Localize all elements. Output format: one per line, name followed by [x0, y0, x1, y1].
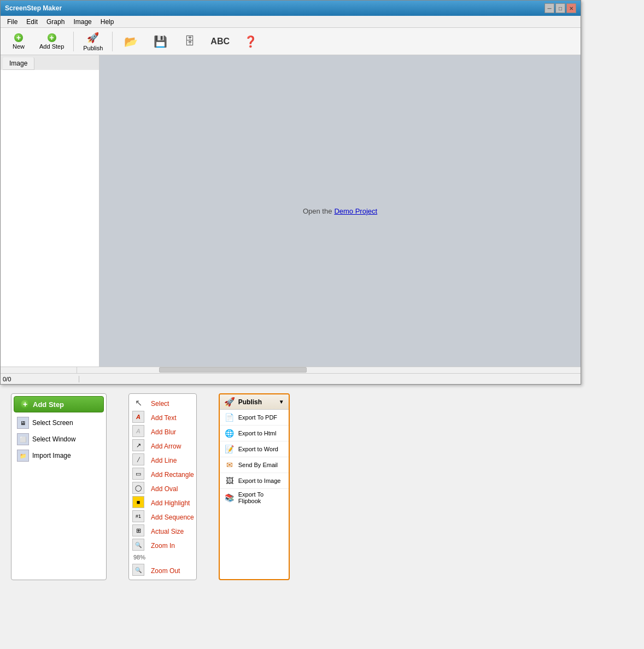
tool-add-highlight-row[interactable]: ■: [131, 495, 148, 509]
export-word-label: Export to Word: [238, 446, 278, 452]
toolbar-separator-2: [112, 32, 113, 51]
canvas-message: Open the Demo Project: [303, 207, 377, 215]
abc-icon: ABC: [210, 37, 230, 46]
tool-add-arrow-row[interactable]: ↗: [131, 439, 148, 452]
tools-label-col: Select Add Text Add Blur Add Arrow Add L…: [151, 396, 194, 577]
add-step-main-button[interactable]: + Add Step: [14, 396, 104, 412]
select-screen-item[interactable]: 🖥 Select Screen: [14, 415, 104, 431]
canvas-area: Open the Demo Project: [99, 55, 581, 367]
tool-add-text-row[interactable]: A: [131, 410, 148, 423]
open-icon: 📂: [124, 35, 138, 48]
export-pdf-icon: 📄: [224, 412, 235, 423]
export-word-icon: 📝: [224, 444, 235, 455]
tools-panel: ↖ A A ↗ ╱ ▭ ◯: [128, 393, 197, 580]
actual-size-icon: ⊞: [132, 524, 144, 536]
export-flipbook-item[interactable]: 📚 Export To Flipbook: [220, 489, 289, 506]
status-position: 0/0: [3, 376, 79, 382]
tool-select-row[interactable]: ↖: [131, 396, 148, 409]
scroll-thumb[interactable]: [159, 367, 307, 373]
window-controls: ─ □ ✕: [545, 3, 576, 13]
tool-zoom-out-row[interactable]: 🔍: [131, 563, 148, 576]
export-flipbook-label: Export To Flipbook: [238, 491, 284, 504]
export-html-icon: 🌐: [224, 428, 235, 439]
add-oval-icon: ◯: [132, 482, 144, 494]
select-window-item[interactable]: ⬜ Select Window: [14, 431, 104, 447]
add-line-label: Add Line: [151, 454, 194, 467]
add-arrow-icon: ↗: [132, 439, 144, 451]
add-step-icon: +: [48, 33, 56, 42]
scrollbar-corner: [1, 367, 77, 373]
publish-dropdown-panel: 🚀 Publish ▼ 📄 Export To PDF 🌐 Export to …: [219, 393, 290, 580]
tool-add-blur-row[interactable]: A: [131, 424, 148, 438]
add-blur-icon: A: [132, 425, 144, 437]
publish-label: Publish: [83, 45, 103, 51]
zoom-out-icon: 🔍: [132, 564, 144, 576]
export-word-item[interactable]: 📝 Export to Word: [220, 441, 289, 457]
zoom-out-label: Zoom Out: [151, 564, 194, 577]
zoom-pct-spacer: [151, 553, 194, 563]
select-screen-icon: 🖥: [17, 417, 29, 429]
add-step-label: Add Step: [39, 43, 64, 50]
publish-button[interactable]: 🚀 Publish: [78, 30, 108, 53]
publish-dropdown-header[interactable]: 🚀 Publish ▼: [220, 394, 289, 410]
add-sequence-icon: #1: [132, 510, 144, 522]
select-window-icon: ⬜: [17, 433, 29, 445]
menu-graph[interactable]: Graph: [42, 16, 69, 27]
demo-project-link[interactable]: Demo Project: [334, 207, 377, 215]
menu-edit[interactable]: Edit: [22, 16, 42, 27]
add-arrow-label: Add Arrow: [151, 440, 194, 453]
export-html-item[interactable]: 🌐 Export to Html: [220, 426, 289, 441]
horizontal-scrollbar[interactable]: [77, 367, 581, 373]
menu-file[interactable]: File: [3, 16, 22, 27]
tool-add-line-row[interactable]: ╱: [131, 453, 148, 466]
tool-add-sequence-row[interactable]: #1: [131, 510, 148, 523]
tool-actual-size-row[interactable]: ⊞: [131, 524, 148, 537]
export-pdf-label: Export To PDF: [238, 414, 277, 421]
add-sequence-label: Add Sequence: [151, 511, 194, 524]
menu-image[interactable]: Image: [69, 16, 96, 27]
save-as-button[interactable]: 🗄: [176, 30, 203, 53]
toolbar: + New + Add Step 🚀 Publish 📂 💾 🗄 ABC: [1, 28, 581, 55]
scrollbar-area: [1, 367, 581, 373]
bottom-panels: + Add Step 🖥 Select Screen ⬜ Select Wind…: [0, 382, 644, 591]
menu-help[interactable]: Help: [96, 16, 119, 27]
send-email-item[interactable]: ✉ Send By Email: [220, 457, 289, 473]
new-label: New: [13, 43, 25, 50]
tool-zoom-in-row[interactable]: 🔍: [131, 538, 148, 551]
new-button[interactable]: + New: [5, 30, 32, 53]
title-bar: ScreenStep Maker ─ □ ✕: [1, 1, 581, 16]
select-label: Select: [151, 397, 194, 410]
tools-icon-col: ↖ A A ↗ ╱ ▭ ◯: [131, 396, 148, 577]
add-rectangle-icon: ▭: [132, 468, 144, 480]
add-line-icon: ╱: [132, 453, 144, 465]
export-html-label: Export to Html: [238, 430, 277, 436]
abc-button[interactable]: ABC: [206, 30, 235, 53]
sidebar: Image: [1, 55, 99, 367]
content-area: Image Open the Demo Project: [1, 55, 581, 367]
actual-size-label: Actual Size: [151, 525, 194, 538]
new-icon: +: [14, 33, 23, 42]
help-button[interactable]: ❓: [237, 30, 264, 53]
publish-icon: 🚀: [87, 32, 99, 44]
open-button[interactable]: 📂: [117, 30, 144, 53]
minimize-button[interactable]: ─: [545, 3, 554, 13]
save-icon: 💾: [154, 35, 167, 48]
send-email-label: Send By Email: [238, 462, 278, 468]
close-button[interactable]: ✕: [566, 3, 576, 13]
export-image-icon: 🖼: [224, 475, 235, 486]
save-button[interactable]: 💾: [147, 30, 174, 53]
sidebar-tab-image[interactable]: Image: [3, 57, 34, 70]
open-text: Open the: [303, 207, 332, 215]
tool-add-rect-row[interactable]: ▭: [131, 467, 148, 480]
window-title: ScreenStep Maker: [5, 4, 62, 12]
sidebar-content: [1, 70, 99, 367]
import-image-label: Import Image: [32, 452, 71, 459]
publish-header-icon: 🚀: [224, 397, 235, 407]
export-pdf-item[interactable]: 📄 Export To PDF: [220, 410, 289, 426]
add-step-button[interactable]: + Add Step: [34, 30, 69, 53]
maximize-button[interactable]: □: [555, 3, 565, 13]
export-image-label: Export to Image: [238, 477, 281, 484]
export-image-item[interactable]: 🖼 Export to Image: [220, 473, 289, 489]
import-image-item[interactable]: 📁 Import Image: [14, 447, 104, 464]
tool-add-oval-row[interactable]: ◯: [131, 481, 148, 494]
